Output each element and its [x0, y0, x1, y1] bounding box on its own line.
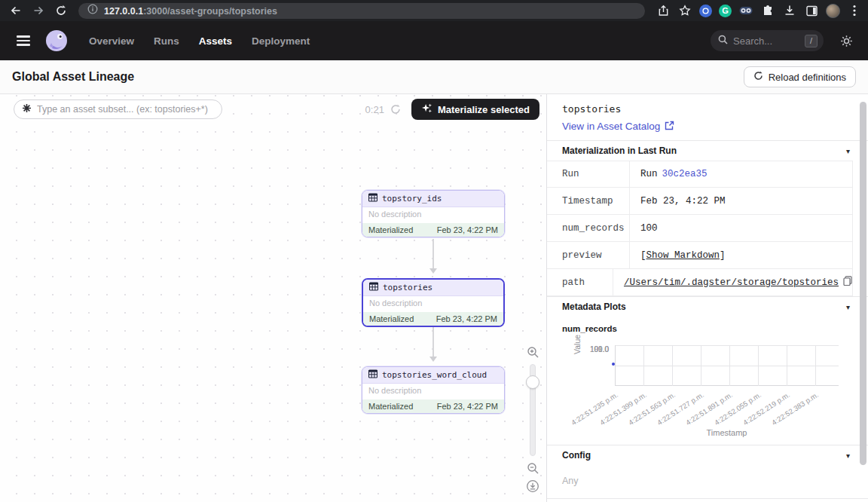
chevron-down-icon: ▾: [846, 147, 850, 155]
nav-item-runs[interactable]: Runs: [154, 35, 179, 47]
table-icon: [369, 282, 378, 293]
x-axis-label: Timestamp: [615, 428, 839, 437]
metadata-row-preview: preview [Show Markdown]: [547, 242, 852, 269]
site-info-icon[interactable]: [87, 4, 98, 17]
zoom-in-icon[interactable]: [524, 343, 542, 361]
asterisk-filter-icon: [22, 103, 32, 116]
asset-description: No description: [363, 296, 503, 312]
table-icon: [368, 193, 377, 204]
nav-item-deployment[interactable]: Deployment: [252, 35, 310, 47]
materialize-selected-button[interactable]: Materialize selected: [411, 99, 539, 120]
data-point[interactable]: [612, 363, 615, 366]
share-icon[interactable]: [656, 3, 671, 18]
page-header: Global Asset Lineage Reload definitions: [0, 60, 868, 94]
browser-address-bar[interactable]: 127.0.0.1:3000/asset-groups/topstories: [78, 3, 645, 19]
asset-name: topstories: [383, 283, 432, 292]
global-search-input[interactable]: Search... /: [711, 30, 824, 51]
zoom-slider-handle[interactable]: [526, 375, 539, 389]
dagster-logo[interactable]: [45, 29, 68, 52]
browser-forward-icon[interactable]: [29, 2, 48, 19]
search-icon: [718, 34, 728, 47]
asset-name: topstory_ids: [382, 194, 442, 204]
asset-timestamp: Feb 23, 4:22 PM: [436, 314, 497, 323]
browser-profile-avatar[interactable]: [826, 4, 840, 18]
browser-menu-icon[interactable]: [847, 3, 862, 18]
refresh-icon[interactable]: [390, 104, 401, 115]
x-axis-ticks: 4:22:51.235 p.m. 4:22:51.399 p.m. 4:22:5…: [615, 387, 839, 427]
asset-node-topstory-ids[interactable]: topstory_ids No description Materialized…: [362, 190, 505, 237]
asset-subset-input[interactable]: [37, 104, 214, 115]
asset-description: No description: [362, 207, 504, 223]
copy-icon[interactable]: [843, 276, 852, 289]
nav-item-overview[interactable]: Overview: [89, 35, 134, 47]
extension-1password-icon[interactable]: [699, 5, 712, 17]
y-axis-label: Value: [573, 335, 582, 354]
nav-item-assets[interactable]: Assets: [199, 35, 232, 47]
zoom-slider[interactable]: [530, 364, 536, 456]
asset-status: Materialized: [368, 402, 413, 411]
table-icon: [368, 369, 377, 381]
sparkle-icon: [421, 103, 432, 116]
metadata-row-path: path /Users/tim/.dagster/storage/topstor…: [547, 269, 852, 296]
section-type[interactable]: Type ▾: [547, 498, 868, 502]
plot-title: num_records: [547, 321, 868, 333]
page-title: Global Asset Lineage: [12, 70, 134, 84]
external-link-icon: [665, 121, 674, 133]
path-link[interactable]: /Users/tim/.dagster/storage/topstories: [624, 277, 839, 288]
search-shortcut-badge: /: [805, 35, 818, 47]
materialization-metadata-table: Run Run 30c2ea35 Timestamp Feb 23, 4:22 …: [547, 161, 853, 296]
asset-graph-canvas[interactable]: 0:21 Materialize selected topstory_ids N…: [0, 94, 546, 502]
browser-chrome: 127.0.0.1:3000/asset-groups/topstories G: [0, 0, 868, 21]
section-materialization-in-last-run[interactable]: Materialization in Last Run ▾: [547, 140, 868, 161]
zoom-to-fit-icon[interactable]: [524, 477, 542, 495]
section-metadata-plots[interactable]: Metadata Plots ▾: [547, 296, 868, 317]
nav-menu-icon[interactable]: [11, 28, 36, 54]
asset-description: No description: [362, 384, 504, 399]
asset-subset-filter[interactable]: [14, 99, 222, 119]
extension-goggles-icon[interactable]: [738, 3, 753, 18]
section-config[interactable]: Config ▾: [547, 445, 868, 465]
zoom-out-icon[interactable]: [524, 459, 542, 477]
url-text: 127.0.0.1:3000/asset-groups/topstories: [104, 4, 277, 17]
reload-icon: [753, 71, 763, 83]
asset-status: Materialized: [368, 225, 413, 234]
lineage-edge: [432, 327, 434, 360]
side-panel-icon[interactable]: [804, 3, 819, 18]
metadata-row-timestamp: Timestamp Feb 23, 4:22 PM: [547, 188, 852, 215]
refresh-timer: 0:21: [365, 104, 384, 115]
asset-name: topstories_word_cloud: [382, 370, 487, 380]
search-placeholder: Search...: [733, 35, 799, 47]
downloads-icon[interactable]: [782, 3, 797, 18]
asset-timestamp: Feb 23, 4:22 PM: [437, 225, 498, 234]
panel-asset-title: topstories: [562, 103, 853, 115]
asset-details-panel: topstories View in Asset Catalog Materia…: [546, 94, 868, 502]
asset-node-topstories[interactable]: topstories No description Materialized F…: [362, 278, 505, 327]
plot-area: 101.0 100.0 99.0: [615, 345, 839, 386]
asset-timestamp: Feb 23, 4:22 PM: [437, 402, 498, 411]
lineage-edge: [432, 239, 434, 272]
config-value: Any: [547, 465, 868, 498]
extensions-puzzle-icon[interactable]: [760, 3, 775, 18]
extension-grammarly-icon[interactable]: G: [719, 5, 732, 17]
asset-node-topstories-word-cloud[interactable]: topstories_word_cloud No description Mat…: [362, 366, 505, 414]
show-markdown-link[interactable]: Show Markdown: [646, 250, 720, 261]
settings-gear-icon[interactable]: [840, 35, 853, 47]
chevron-down-icon: ▾: [846, 303, 850, 311]
metadata-row-run: Run Run 30c2ea35: [547, 161, 852, 188]
view-in-asset-catalog-link[interactable]: View in Asset Catalog: [562, 121, 674, 133]
browser-back-icon[interactable]: [6, 2, 26, 19]
bookmark-star-icon[interactable]: [677, 3, 692, 18]
reload-definitions-button[interactable]: Reload definitions: [744, 66, 856, 87]
panel-scrollbar[interactable]: [860, 102, 866, 465]
metadata-plot: num_records 101.0 100.0 99.0 Value 4:22:…: [547, 317, 868, 445]
metadata-row-num-records: num_records 100: [547, 215, 852, 242]
app-navbar: Overview Runs Assets Deployment Search..…: [0, 21, 868, 60]
browser-reload-icon[interactable]: [51, 2, 71, 19]
chevron-down-icon: ▾: [846, 451, 850, 460]
asset-status: Materialized: [369, 314, 414, 323]
run-id-link[interactable]: 30c2ea35: [662, 169, 708, 179]
